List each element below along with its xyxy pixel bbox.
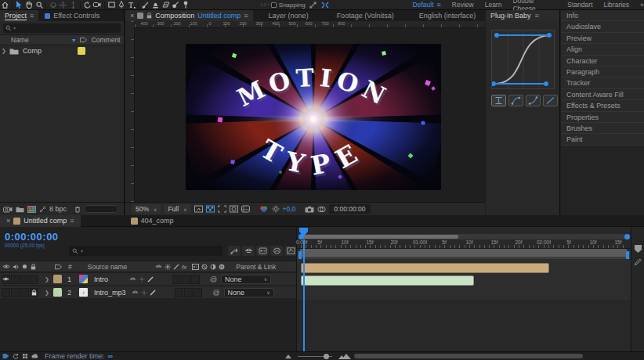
composition-viewport[interactable]: MOTION TYPE MOTION TYPE <box>186 44 441 190</box>
rectangle-tool-icon[interactable] <box>107 1 117 9</box>
layer-row-intro[interactable]: ❯ 1 Intro @ None∨ <box>0 273 296 286</box>
sidebar-item-paragraph[interactable]: Paragraph <box>561 67 644 77</box>
motion-blur-toggle[interactable] <box>191 275 200 284</box>
selection-tool-icon[interactable] <box>14 1 24 9</box>
workspace-tab-standart[interactable]: Standart <box>567 1 592 9</box>
column-name[interactable]: Name <box>11 36 29 44</box>
current-timecode[interactable]: 0:00:00:00 <box>5 231 59 243</box>
shy-icon[interactable] <box>132 290 139 296</box>
column-source-name[interactable]: Source name <box>88 263 128 271</box>
new-folder-icon[interactable] <box>16 206 24 213</box>
composition-mini-flowchart-button[interactable] <box>228 246 241 256</box>
curve-editor[interactable] <box>491 30 555 89</box>
color-depth-button[interactable]: 8 bpc <box>49 205 67 213</box>
adjustment-layer-icon[interactable] <box>210 264 216 270</box>
cloud-sync-icon[interactable] <box>31 353 38 359</box>
timeline-tab-404-comp[interactable]: 404_comp <box>123 217 182 225</box>
collapse-transformations-icon[interactable] <box>165 264 171 270</box>
work-area-bar[interactable] <box>300 249 627 257</box>
label-column-icon[interactable] <box>80 37 87 43</box>
refresh-icon[interactable] <box>13 353 19 359</box>
transparency-grid-icon[interactable] <box>206 205 215 213</box>
expand-arrows-icon[interactable] <box>308 1 318 9</box>
tab-project[interactable]: Project ≡ <box>0 10 38 21</box>
eye-icon[interactable] <box>2 264 10 269</box>
preset-ease-in-button[interactable] <box>526 95 541 106</box>
expander-icon[interactable]: ❯ <box>45 290 49 296</box>
scale-around-center-icon[interactable] <box>320 1 331 9</box>
channel-rgb-icon[interactable] <box>259 205 269 213</box>
expander-icon[interactable]: ❯ <box>45 276 49 283</box>
shy-icon[interactable] <box>155 264 162 270</box>
home-icon[interactable] <box>0 1 10 9</box>
audio-toggle[interactable] <box>11 275 20 284</box>
resolution-gear-icon[interactable] <box>272 205 280 213</box>
sidebar-item-info[interactable]: Info <box>561 10 644 21</box>
sidebar-item-tracker[interactable]: Tracker <box>561 77 644 88</box>
workspace-tab-review[interactable]: Review <box>452 1 474 9</box>
sidebar-item-audioslave[interactable]: Audioslave <box>561 21 644 32</box>
parent-dropdown[interactable]: None∨ <box>224 288 274 297</box>
visibility-toggle[interactable] <box>2 275 10 284</box>
timeline-search-input[interactable]: ▾ <box>69 246 223 256</box>
sidebar-item-paint[interactable]: Paint <box>561 134 644 145</box>
column-parent-link[interactable]: Parent & Link <box>236 263 276 271</box>
label-column-icon[interactable] <box>55 264 62 270</box>
parent-dropdown[interactable]: None∨ <box>221 275 271 284</box>
frame-blend-icon[interactable] <box>192 264 199 270</box>
project-search-input[interactable]: ▾ <box>3 23 121 33</box>
layer-color-chip[interactable] <box>53 288 62 297</box>
graph-editor-button[interactable] <box>284 246 297 256</box>
region-of-interest-icon[interactable] <box>218 205 226 213</box>
expander-icon[interactable]: ❯ <box>2 48 6 54</box>
zoom-out-mountain-icon[interactable] <box>285 355 291 358</box>
work-area-start-handle[interactable] <box>298 251 302 259</box>
snapping-checkbox[interactable] <box>271 2 277 8</box>
close-icon[interactable]: × <box>130 12 134 20</box>
timeline-tab-untitled-comp[interactable]: × Untitled comp ≡ <box>0 215 81 227</box>
time-navigator[interactable] <box>298 234 630 239</box>
sidebar-item-character[interactable]: Character <box>561 56 644 67</box>
work-area-end-handle[interactable] <box>626 251 629 259</box>
sort-arrow-icon[interactable]: ▼ <box>71 38 77 43</box>
choose-view-layout-icon[interactable] <box>194 205 203 213</box>
tab-effect-controls[interactable]: Effect Controls <box>38 12 106 20</box>
magnification-dropdown[interactable]: 50%∨ <box>132 204 161 214</box>
sidebar-item-preview[interactable]: Preview <box>561 33 644 44</box>
brush-tool-icon[interactable] <box>140 1 150 9</box>
lock-toggle[interactable] <box>30 288 38 297</box>
zoom-slider-knob[interactable] <box>324 354 329 359</box>
new-composition-icon[interactable] <box>27 206 36 213</box>
exposure-value[interactable]: +0,0 <box>283 205 296 213</box>
zoom-in-mountains-icon[interactable] <box>338 354 351 359</box>
render-queue-icon[interactable] <box>2 353 9 359</box>
fx-icon[interactable]: fx <box>182 264 190 270</box>
project-settings-icon[interactable] <box>39 206 46 213</box>
close-icon[interactable]: × <box>6 217 10 225</box>
roto-brush-tool-icon[interactable] <box>171 1 181 9</box>
solo-icon[interactable] <box>22 264 27 269</box>
comp-marker-bin-icon[interactable] <box>634 258 642 266</box>
mask-visibility-icon[interactable] <box>230 205 238 213</box>
panel-menu-icon[interactable]: ≡ <box>535 12 539 20</box>
column-number[interactable]: # <box>68 263 72 271</box>
guides-icon[interactable] <box>241 205 250 213</box>
layer-name[interactable]: Intro_mp3 <box>94 289 126 297</box>
navigator-handle[interactable] <box>302 235 458 239</box>
visibility-toggle[interactable] <box>2 288 10 297</box>
timeline-zoom-slider[interactable] <box>298 356 332 357</box>
hide-shy-layers-button[interactable] <box>242 246 255 256</box>
timeline-horizontal-scrollbar[interactable] <box>354 354 583 358</box>
lock-toggle[interactable] <box>30 275 38 284</box>
pick-whip-icon[interactable]: @ <box>210 275 217 283</box>
preset-linear-button[interactable] <box>543 95 558 106</box>
column-comment[interactable]: Comment <box>92 36 121 44</box>
panel-menu-icon[interactable]: ≡ <box>70 217 74 225</box>
time-ruler[interactable]: 0:00f 5f 10f 15f 20f 01:00f 5f 10f 15f 2… <box>297 239 631 249</box>
preset-s-curve-button[interactable] <box>491 95 506 106</box>
tab-language[interactable]: English (interface) <box>407 12 489 20</box>
interpret-footage-icon[interactable] <box>3 206 13 213</box>
layer-name[interactable]: Intro <box>94 275 108 283</box>
workspace-tab-default[interactable]: Default <box>413 1 434 9</box>
preset-ease-out-button[interactable] <box>508 95 523 106</box>
